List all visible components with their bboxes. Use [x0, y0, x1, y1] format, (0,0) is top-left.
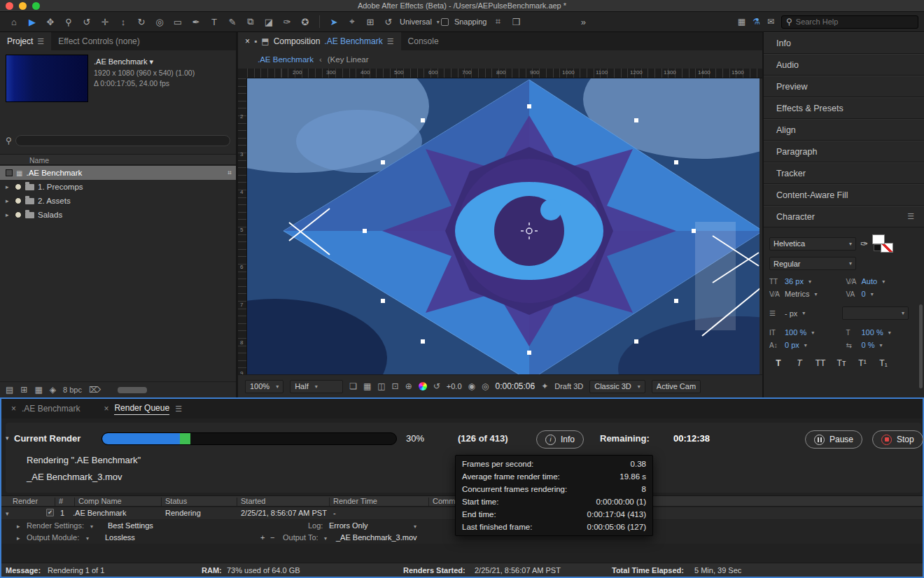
horizontal-scrollbar[interactable] — [118, 387, 147, 393]
reset-rotation-icon[interactable]: ↺ — [380, 17, 397, 27]
zoom-tool-icon[interactable]: ⚲ — [60, 17, 77, 27]
region-of-interest-icon[interactable]: ❏ — [349, 381, 357, 391]
leading-control[interactable]: ☰ - px ▾ — [769, 309, 838, 318]
search-help-input[interactable] — [796, 17, 908, 26]
close-button[interactable] — [6, 2, 13, 10]
twirl-icon[interactable]: ▸ — [17, 535, 22, 542]
mask-visibility-icon[interactable]: ◫ — [377, 381, 385, 391]
tab-composition[interactable]: × ▪ ⬒ Composition .AE Benchmark ☰ — [238, 32, 401, 50]
twirl-icon[interactable]: ▸ — [6, 183, 11, 190]
exposure-value[interactable]: +0.0 — [447, 382, 462, 390]
eyedropper-icon[interactable]: ✑ — [860, 239, 868, 249]
comments-icon[interactable]: ✉ — [767, 17, 774, 27]
stop-button[interactable]: Stop — [872, 430, 923, 449]
project-item-folder-assets[interactable]: ▸ 2. Assets — [0, 194, 236, 208]
twirl-icon[interactable]: ▸ — [6, 211, 11, 218]
clone-stamp-tool-icon[interactable]: ⧉ — [242, 16, 259, 27]
color-management-icon[interactable] — [419, 382, 427, 390]
draft-3d-toggle[interactable]: Draft 3D — [554, 382, 583, 390]
project-item-folder-salads[interactable]: ▸ Salads — [0, 208, 236, 222]
panel-menu-icon[interactable]: ☰ — [37, 37, 44, 46]
fast-previews-icon[interactable]: ✦ — [541, 381, 548, 391]
snapping-checkbox[interactable] — [441, 18, 449, 26]
channel-icon[interactable]: ⊕ — [405, 381, 412, 391]
resolution-dropdown[interactable]: Half▾ — [290, 380, 343, 393]
world-axis-mode-icon[interactable]: ⊞ — [362, 17, 379, 27]
label-color-chip[interactable] — [15, 183, 22, 190]
tab-render-queue[interactable]: × Render Queue ☰ — [104, 403, 182, 415]
font-family-dropdown[interactable]: Helvetica▾ — [769, 237, 856, 251]
tracking-control[interactable]: VA 0 ▾ — [846, 290, 919, 298]
guides-icon[interactable]: ⊡ — [392, 381, 399, 391]
search-help-box[interactable]: ⚲ — [781, 15, 918, 29]
panel-paragraph[interactable]: Paragraph — [764, 141, 924, 162]
remove-output-module-button[interactable]: − — [270, 533, 274, 542]
output-module-value[interactable]: Lossless — [105, 533, 135, 542]
toolbar-overflow-button[interactable]: » — [575, 17, 592, 27]
panel-audio[interactable]: Audio — [764, 54, 924, 76]
panel-menu-icon[interactable]: ☰ — [175, 404, 182, 414]
pen-tool-icon[interactable]: ✒ — [188, 17, 204, 27]
label-color-chip[interactable] — [15, 197, 22, 204]
close-tab-icon[interactable]: × — [11, 404, 16, 414]
universal-dropdown[interactable]: Universal — [400, 17, 432, 26]
panel-view-icon[interactable]: ⬒ — [261, 36, 269, 46]
magnification-dropdown[interactable]: 100%▾ — [245, 380, 284, 393]
panel-lock-icon[interactable]: ▪ — [254, 36, 257, 46]
pan-camera-tool-icon[interactable]: ✛ — [97, 17, 113, 27]
renderer-dropdown[interactable]: Classic 3D▾ — [589, 380, 645, 393]
baseline-shift-control[interactable]: A↕ 0 px ▾ — [769, 341, 842, 349]
vertical-ruler[interactable]: 2 3 4 5 6 7 8 9 — [238, 78, 247, 374]
brush-tool-icon[interactable]: ✎ — [224, 17, 241, 27]
snapshot-icon[interactable]: ◉ — [468, 381, 475, 391]
horizontal-scale-control[interactable]: T 100 % ▾ — [846, 328, 919, 337]
log-dropdown[interactable]: Errors Only — [329, 521, 368, 530]
snap-edges-icon[interactable]: ⌗ — [489, 16, 506, 27]
superscript-button[interactable]: T¹ — [855, 356, 870, 370]
adjust-icon[interactable]: ◈ — [50, 385, 56, 395]
panel-info[interactable]: Info — [764, 32, 924, 54]
snap-3d-icon[interactable]: ❒ — [507, 17, 524, 27]
panel-character[interactable]: Character ☰ — [764, 206, 924, 227]
home-icon[interactable]: ⌂ — [6, 17, 22, 27]
zoom-button[interactable] — [32, 2, 40, 10]
stroke-color-swatch[interactable] — [881, 243, 893, 253]
small-caps-button[interactable]: Tт — [834, 356, 849, 370]
local-axis-mode-icon[interactable]: ⌖ — [344, 16, 360, 27]
dolly-camera-tool-icon[interactable]: ↕ — [115, 17, 132, 27]
selection-tool-icon[interactable]: ▶ — [24, 17, 41, 27]
trash-icon[interactable]: ⌦ — [89, 385, 101, 395]
project-item-comp[interactable]: ▦ .AE Benchmark ⌗ — [0, 166, 236, 180]
panel-effects-presets[interactable]: Effects & Presets — [764, 97, 924, 119]
render-settings-caret-icon[interactable]: ▾ — [90, 523, 93, 530]
transparency-grid-icon[interactable]: ▦ — [363, 381, 371, 391]
panel-tracker[interactable]: Tracker — [764, 162, 924, 184]
flowchart-icon[interactable]: ⌗ — [227, 169, 232, 177]
info-button[interactable]: i Info — [536, 430, 584, 449]
project-search-input[interactable] — [15, 135, 230, 146]
pause-button[interactable]: Pause — [805, 430, 862, 449]
tab-ae-benchmark-timeline[interactable]: × .AE Benchmark — [11, 404, 80, 414]
new-folder-icon[interactable]: ⊞ — [20, 385, 27, 395]
vertical-scrollbar[interactable] — [919, 304, 923, 388]
all-caps-button[interactable]: TT — [813, 356, 828, 370]
faux-italic-button[interactable]: T — [792, 356, 807, 370]
kerning-control[interactable]: V⁄A Auto ▾ — [846, 277, 919, 286]
font-size-control[interactable]: TT 36 px ▾ — [769, 277, 842, 286]
tab-console[interactable]: Console — [401, 32, 446, 50]
leading-preset-dropdown[interactable]: ▾ — [842, 306, 909, 320]
font-style-dropdown[interactable]: Regular▾ — [769, 257, 856, 270]
rotate-tool-icon[interactable]: ↻ — [133, 17, 150, 27]
reset-exposure-icon[interactable]: ↺ — [433, 381, 440, 391]
workspace-icon[interactable]: ▦ — [738, 17, 746, 27]
kerning-mode-control[interactable]: V⁄A Metrics ▾ — [769, 290, 842, 298]
fill-stroke-swatches[interactable] — [872, 234, 896, 253]
eraser-tool-icon[interactable]: ◪ — [260, 17, 277, 27]
project-item-folder-precomps[interactable]: ▸ 1. Precomps — [0, 180, 236, 194]
puppet-pin-tool-icon[interactable]: ✪ — [297, 17, 314, 27]
viewer-timecode[interactable]: 0:00:05:06 — [495, 381, 535, 391]
vertical-scale-control[interactable]: IT 100 % ▾ — [769, 328, 842, 337]
camera-dropdown[interactable]: Active Cam — [652, 380, 701, 393]
render-settings-value[interactable]: Best Settings — [108, 521, 153, 530]
orbit-camera-tool-icon[interactable]: ↺ — [78, 17, 95, 27]
